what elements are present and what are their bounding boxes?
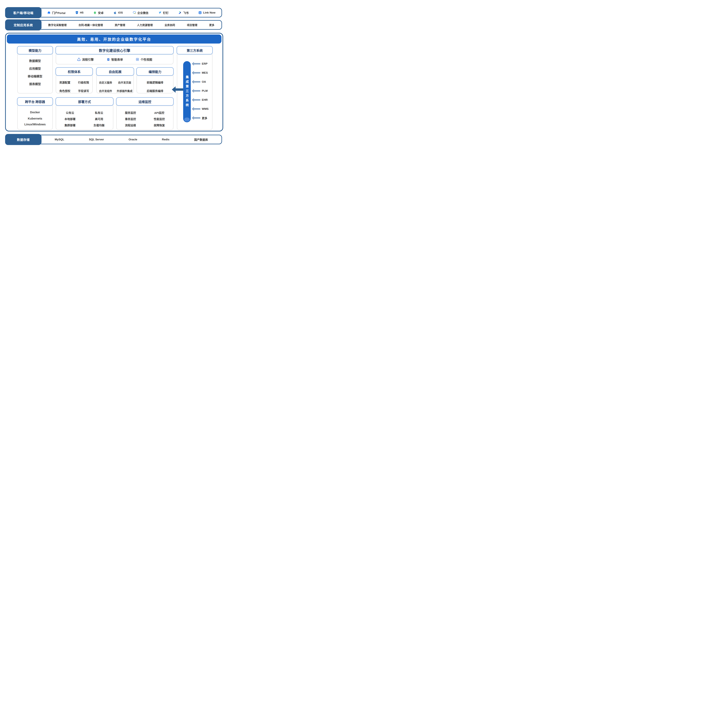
custom-app-item: 项目管理 [187,23,197,27]
flow-engine-icon [77,58,81,61]
deployment-card: 部署方式 公有云私有云 本地部署高可用 集群部署负载均衡 [55,97,113,130]
custom-apps-bar-tag: 定制应用系统 [5,19,41,31]
client-item-label: 安卓 [98,11,104,15]
left-arrow-icon [194,72,200,73]
client-item-label: 飞书 [183,11,188,15]
extension-card-title: 自由拓展 [96,67,134,76]
engine-card: 数字化建设核心引擎 流程引擎 智能表单 个性视图 [55,46,174,64]
model-card: 模型能力 数据模型 应用模型 移动端模型 报表模型 [17,46,53,93]
third-party-system-row: ERP [192,62,208,66]
client-item-label: H5 [80,11,83,14]
storage-item: Oracle [128,138,137,141]
left-arrow-icon [194,81,200,83]
ops-row: 事务监控性能监控 [116,117,174,121]
cross-platform-card: 跨平台 跨容器 Docker Kubernets Linux/Windows [17,97,53,130]
permission-row: 资源配置行级权限 [55,80,93,84]
h5-icon: 5 [75,11,79,14]
storage-item: SQL Server [89,138,104,141]
left-arrow-icon [194,63,200,64]
third-party-system-row: MES [192,71,208,75]
wecom-icon [133,11,136,14]
model-item: 数据模型 [17,59,53,63]
engine-card-title: 数字化建设核心引擎 [55,46,174,55]
deployment-card-title: 部署方式 [55,97,113,106]
platform-container: 高效、易用、开放的企业级数字化平台 模型能力 数据模型 应用模型 移动端模型 报… [5,33,223,132]
left-arrow-icon [194,99,200,101]
model-item: 报表模型 [17,82,53,86]
apple-icon [113,11,117,14]
client-item-wecom: 企业微信 [133,11,148,15]
third-party-system-row: OA [192,80,206,84]
model-card-title: 模型能力 [17,46,53,55]
storage-item: 国产数据库 [194,138,208,142]
third-party-system-row: EHR [192,98,208,102]
storage-item: Redis [162,138,170,141]
dingtalk-icon [158,11,162,14]
engine-item-view: 个性视图 [136,57,152,61]
custom-app-item: 数字化采购管理 [48,23,67,27]
cross-platform-card-title: 跨平台 跨容器 [17,97,53,106]
storage-item: MySQL [55,138,64,141]
permission-row: 角色授权字段读写 [55,89,93,93]
client-bar-items: 门户Portal 5 H5 安卓 iOS 企业微信 钉钉 飞书 Link Now [42,8,220,17]
permission-card-title: 权限体系 [55,67,93,76]
engine-item-form: 智能表单 [107,57,123,61]
left-arrow-icon [194,90,200,92]
custom-app-item: 更多 [209,23,214,27]
client-item-label: iOS [118,11,123,14]
orchestration-card: 编排能力 前端逻辑编排 后端服务编排 [136,67,174,93]
extension-row: 自开发组件外部插件集成 [96,89,134,93]
custom-app-item: 业务协同 [165,23,175,27]
third-party-card-title: 第三方系统 [177,46,213,55]
orchestration-row: 后端服务编排 [136,89,174,93]
ops-card: 运维监控 服务监控API监控 事务监控性能监控 流程运维故障恢复 [116,97,174,130]
permission-card: 权限体系 资源配置行级权限 角色授权字段读写 [55,67,93,93]
extension-row: 自定义服务自开发页面 [96,81,134,84]
deployment-row: 本地部署高可用 [55,117,113,121]
orchestration-row: 前端逻辑编排 [136,80,174,84]
third-party-system-row: WMS [192,107,208,111]
client-item-portal: 门户Portal [47,11,65,15]
ops-row: 流程运维故障恢复 [116,123,174,127]
client-bar: 客户端/移动端 门户Portal 5 H5 安卓 iOS 企业微信 钉钉 飞书 [5,8,222,17]
client-bar-tag: 客户端/移动端 [5,7,41,18]
deployment-row: 集群部署负载均衡 [55,123,113,127]
client-item-feishu: 飞书 [178,11,188,15]
integration-pill: 集成第三方系统 [183,61,191,122]
custom-apps-bar-items: 数字化采购管理 合同-档案一体化管理 资产管理 人力资源管理 业务协同 项目管理… [42,21,220,29]
model-item: 应用模型 [17,66,53,70]
extension-card: 自由拓展 自定义服务自开发页面 自开发组件外部插件集成 [96,67,134,93]
client-item-ios: iOS [113,11,123,14]
ops-card-title: 运维监控 [116,97,174,106]
left-arrow-icon [194,108,200,110]
linknow-icon [198,11,202,14]
android-icon [93,11,97,14]
client-item-linknow: Link Now [198,11,215,14]
feishu-icon [178,11,182,14]
engine-item-flow: 流程引擎 [77,57,94,61]
client-item-h5: 5 H5 [75,11,83,14]
custom-view-icon [136,58,139,61]
smart-form-icon [107,58,110,61]
storage-bar-tag: 数据存储 [5,134,41,145]
custom-app-item: 合同-档案一体化管理 [78,23,103,27]
left-arrow-icon [194,117,200,119]
cross-platform-item: Kubernets [17,117,53,120]
orchestration-card-title: 编排能力 [136,67,174,76]
custom-app-item: 资产管理 [115,23,125,27]
engine-items: 流程引擎 智能表单 个性视图 [64,55,165,64]
client-item-android: 安卓 [93,11,104,15]
storage-bar-items: MySQL SQL Server Oracle Redis 国产数据库 [42,135,220,144]
custom-app-item: 人力资源管理 [137,23,153,27]
client-item-label: 企业微信 [138,11,148,15]
client-item-dingtalk: 钉钉 [158,11,168,15]
client-item-label: 钉钉 [163,11,168,15]
ops-row: 服务监控API监控 [116,111,174,115]
model-item: 移动端模型 [17,74,53,78]
cross-platform-item: Linux/Windows [17,123,53,126]
storage-bar: 数据存储 MySQL SQL Server Oracle Redis 国产数据库 [5,135,222,144]
platform-banner: 高效、易用、开放的企业级数字化平台 [7,35,222,44]
client-item-label: 门户Portal [52,11,65,15]
home-icon [47,11,50,14]
third-party-system-row: PLM [192,89,208,93]
